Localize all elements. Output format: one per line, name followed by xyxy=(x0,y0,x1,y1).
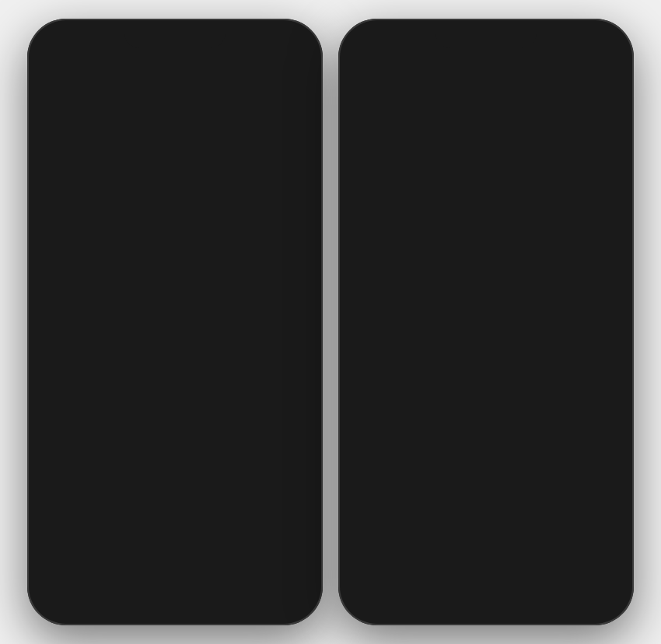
page-title-1: My Card 6009 xyxy=(54,86,184,109)
tab-home-1[interactable]: ⭐ Home xyxy=(38,569,93,597)
transfer-to-chevron: ⌵ xyxy=(600,476,607,491)
transfer-from-card[interactable]: ✦ From this Starbucks Card $0.00 ⌵ xyxy=(365,417,607,461)
tab-stores-icon-2 xyxy=(588,569,603,588)
tab-stores-label-1: Stores xyxy=(273,590,296,598)
wifi-icon-1 xyxy=(261,43,273,54)
refresh-icon-1[interactable]: ↻ xyxy=(198,156,205,167)
tab-bar-2: ⭐ Home Cards Order xyxy=(349,562,623,614)
transfer-to-card-image: ✦ xyxy=(365,471,402,495)
svg-rect-22 xyxy=(282,579,287,583)
svg-rect-6 xyxy=(55,245,69,254)
transfer-from-card-image: ✦ xyxy=(365,426,402,451)
auto-reload-icon xyxy=(54,282,71,299)
tab-cards-label-1: Cards xyxy=(110,590,131,598)
tab-order-label-2: Order xyxy=(476,590,496,598)
card-section-1: ✦ $0.00 as of 22w ago ↻ xyxy=(38,117,312,186)
transfer-from-card-info: From this Starbucks Card $0.00 xyxy=(411,428,590,450)
primary-card-label: Primary card xyxy=(82,201,250,215)
edit-payment-label: Edit payment xyxy=(82,243,282,256)
tab-stores-2[interactable]: Stores xyxy=(568,569,623,598)
status-bar-1: 2:36 xyxy=(38,30,312,61)
tab-stores-1[interactable]: Stores xyxy=(257,569,312,598)
tab-gift-label-2: Gift xyxy=(535,590,547,598)
primary-card-toggle[interactable] xyxy=(261,198,296,218)
bottom-section-1: Add money Pay in store xyxy=(182,491,296,560)
remove-card-label: Remove card xyxy=(82,405,296,418)
svg-text:✦: ✦ xyxy=(81,141,97,163)
svg-text:✦: ✦ xyxy=(379,478,388,489)
status-icons-1 xyxy=(245,43,297,54)
menu-item-auto-reload[interactable]: Auto reload Turn on xyxy=(54,269,296,313)
battery-icon-1 xyxy=(277,44,296,53)
status-time-1: 2:36 xyxy=(54,42,75,54)
svg-rect-47 xyxy=(593,579,598,583)
tab-gift-label-1: Gift xyxy=(224,590,236,598)
phone-1-screen: 2:36 xyxy=(38,30,312,614)
svg-rect-16 xyxy=(114,575,128,577)
tab-order-label-1: Order xyxy=(165,590,185,598)
search-nav-1: ‹ Search xyxy=(38,61,312,81)
svg-rect-41 xyxy=(425,575,439,577)
tab-home-label-1: Home xyxy=(55,589,76,597)
edit-payment-chevron: › xyxy=(292,242,296,256)
add-money-button[interactable]: Add money xyxy=(198,491,296,520)
phone-2: 2:36 xyxy=(338,19,634,625)
edit-payment-icon xyxy=(54,240,71,257)
tab-order-2[interactable]: Order xyxy=(459,569,513,598)
search-label-1[interactable]: Search xyxy=(62,64,94,75)
tab-cards-2[interactable]: Cards xyxy=(404,569,458,598)
menu-item-edit-payment[interactable]: Edit payment › xyxy=(54,229,296,269)
transfer-to-card-amount: $21.60 xyxy=(411,481,590,495)
tab-home-2[interactable]: ⭐ Home xyxy=(349,569,404,597)
tab-order-icon-2 xyxy=(478,569,494,588)
tab-order-icon-1 xyxy=(167,569,183,588)
transfer-to-card[interactable]: ✦ To this Starbucks Card $21.60 ⌵ xyxy=(365,461,607,506)
signal-bars-1 xyxy=(245,44,258,53)
auto-reload-label: Auto reload xyxy=(82,284,226,297)
tab-gift-2[interactable]: Gift xyxy=(513,569,568,598)
tab-gift-icon-1 xyxy=(222,569,237,588)
menu-item-remove-card[interactable]: Remove card xyxy=(54,392,296,431)
starbucks-logo-1: ✦ xyxy=(65,128,112,175)
menu-list-1: Primary card Edit payment › xyxy=(38,187,312,431)
overlay-close-button[interactable]: ✕ xyxy=(365,384,376,401)
transfer-balance-label: Transfer balance xyxy=(82,326,296,339)
balance-amount-1: $0.00 xyxy=(136,136,205,156)
primary-card-icon xyxy=(54,199,71,216)
page-header-1: My Card 6009 xyxy=(38,81,312,117)
phones-container: 2:36 xyxy=(12,3,649,641)
turn-on-button[interactable]: Turn on xyxy=(236,280,296,301)
tab-stores-icon-1 xyxy=(277,569,292,588)
tab-gift-icon-2 xyxy=(533,569,548,588)
dimmed-overlay xyxy=(349,30,623,369)
tab-home-icon-1: ⭐ xyxy=(56,569,75,587)
overlay-header: ✕ Transfer balance xyxy=(365,384,607,401)
phone-1: 2:36 xyxy=(27,19,323,625)
tab-stores-label-2: Stores xyxy=(584,590,607,598)
menu-item-primary-card[interactable]: Primary card xyxy=(54,187,296,229)
tab-gift-1[interactable]: Gift xyxy=(202,569,257,598)
transfer-from-card-amount: $0.00 xyxy=(411,437,590,450)
back-arrow-1[interactable]: ‹ xyxy=(54,62,58,76)
balance-updated-1: as of 22w ago ↻ xyxy=(136,156,205,167)
svg-rect-12 xyxy=(55,368,69,378)
menu-item-transfer-balance[interactable]: Transfer balance xyxy=(54,313,296,352)
apple-wallet-label: Add to Apple Wallet xyxy=(82,366,296,379)
overlay-title: Transfer balance xyxy=(389,385,494,401)
tab-cards-label-2: Cards xyxy=(421,590,442,598)
transfer-to-card-info: To this Starbucks Card $21.60 xyxy=(411,472,590,495)
menu-item-apple-wallet[interactable]: Add to Apple Wallet xyxy=(54,352,296,392)
location-icon-1 xyxy=(79,44,86,53)
pay-in-store-button[interactable]: Pay in store xyxy=(182,527,296,560)
tab-bar-1: ⭐ Home Cards Order xyxy=(38,562,312,614)
card-balance-1: $0.00 as of 22w ago ↻ xyxy=(136,136,205,167)
tab-home-icon-2: ⭐ xyxy=(367,569,386,587)
card-image-1: ✦ xyxy=(54,128,124,175)
tab-order-1[interactable]: Order xyxy=(148,569,202,598)
tab-cards-icon-2 xyxy=(424,569,439,588)
transfer-to-card-label: To this Starbucks Card xyxy=(411,472,590,481)
transfer-from-card-label: From this Starbucks Card xyxy=(411,428,590,437)
tab-cards-1[interactable]: Cards xyxy=(93,569,147,598)
transfer-from-chevron: ⌵ xyxy=(600,432,607,446)
remove-card-icon xyxy=(54,403,71,420)
